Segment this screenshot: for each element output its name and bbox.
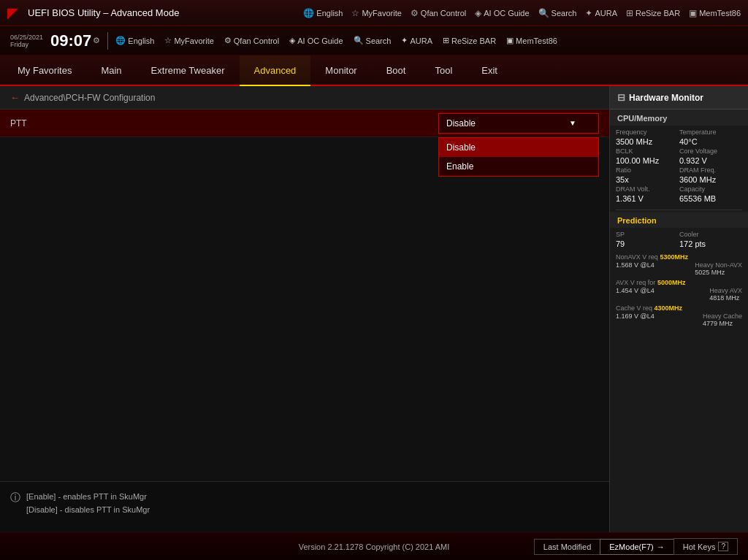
search-icon: 🔍 xyxy=(538,8,549,18)
tool-memtest[interactable]: ▣ MemTest86 xyxy=(689,8,741,18)
dropdown-option-disable[interactable]: Disable xyxy=(439,138,598,157)
util-memtest-icon: ▣ xyxy=(506,36,514,45)
pred-cache: Cache V req 4300MHz 1.169 V @L4 Heavy Ca… xyxy=(616,304,742,327)
info-icon: ⓘ xyxy=(10,491,20,505)
util-fan-icon: ⚙ xyxy=(224,36,232,45)
setting-row-ptt[interactable]: PTT Disable ▼ Disable Enable xyxy=(0,110,609,137)
sp-cooler-grid: SP 79 Cooler 172 pts xyxy=(616,231,742,249)
cpu-memory-title: CPU/Memory xyxy=(610,110,748,126)
rog-logo: ◤ xyxy=(7,5,18,21)
breadcrumb-back-icon[interactable]: ← xyxy=(10,92,20,103)
info-line-2: [Disable] - disables PTT in SkuMgr xyxy=(26,505,150,514)
tab-advanced[interactable]: Advanced xyxy=(240,55,311,86)
util-aura-icon: ✦ xyxy=(401,36,408,45)
tab-extreme-tweaker[interactable]: Extreme Tweaker xyxy=(137,55,240,86)
star-icon: ☆ xyxy=(351,8,359,18)
tool-qfan[interactable]: ⚙ Qfan Control xyxy=(411,8,466,18)
info-line-1: [Enable] - enables PTT in SkuMgr xyxy=(26,492,147,501)
hw-dram-volt: DRAM Volt. 1.361 V xyxy=(616,185,679,204)
setting-label-ptt: PTT xyxy=(10,118,438,129)
tab-exit[interactable]: Exit xyxy=(467,55,512,86)
last-modified-label: Last Modified xyxy=(543,542,591,551)
hw-capacity: Capacity 65536 MB xyxy=(679,185,742,204)
tool-myfavorite[interactable]: ☆ MyFavorite xyxy=(351,8,401,18)
main-wrapper: ← Advanced\PCH-FW Configuration PTT Disa… xyxy=(0,86,748,532)
tool-resizebar[interactable]: ⊞ ReSize BAR xyxy=(626,8,680,18)
hot-keys-button[interactable]: Hot Keys ? xyxy=(673,538,738,555)
cpu-memory-grid: Frequency 3500 MHz Temperature 40°C BCLK… xyxy=(610,126,748,208)
tool-search[interactable]: 🔍 Search xyxy=(538,8,577,18)
prediction-title: Prediction xyxy=(610,212,748,228)
info-row: ⓘ [Enable] - enables PTT in SkuMgr [Disa… xyxy=(10,491,599,516)
dropdown-current-value: Disable xyxy=(446,118,476,129)
util-star-icon: ☆ xyxy=(164,36,172,45)
util-globe-icon: 🌐 xyxy=(115,36,126,45)
util-resizebar[interactable]: ⊞ ReSize BAR xyxy=(443,36,496,45)
info-text: [Enable] - enables PTT in SkuMgr [Disabl… xyxy=(26,491,150,516)
util-myfavorite[interactable]: ☆ MyFavorite xyxy=(164,36,213,45)
memtest-icon: ▣ xyxy=(689,8,697,18)
util-memtest[interactable]: ▣ MemTest86 xyxy=(506,36,557,45)
hw-temperature: Temperature 40°C xyxy=(679,129,742,147)
hw-core-voltage: Core Voltage 0.932 V xyxy=(679,147,742,166)
info-area: ⓘ [Enable] - enables PTT in SkuMgr [Disa… xyxy=(0,481,609,532)
ptt-dropdown[interactable]: Disable ▼ xyxy=(438,113,599,134)
ai-icon: ◈ xyxy=(475,8,481,18)
hw-divider xyxy=(616,210,742,210)
tool-aura[interactable]: ✦ AURA xyxy=(585,8,617,18)
hw-monitor-title: ⊟ Hardware Monitor xyxy=(610,86,748,110)
last-modified-button[interactable]: Last Modified xyxy=(534,539,600,555)
tab-monitor[interactable]: Monitor xyxy=(310,55,371,86)
util-search[interactable]: 🔍 Search xyxy=(354,36,392,45)
time-gear-icon[interactable]: ⚙ xyxy=(93,36,100,45)
pred-nonavx: NonAVX V req 5300MHz 1.568 V @L4 Heavy N… xyxy=(616,253,742,276)
app-title: UEFI BIOS Utility – Advanced Mode xyxy=(28,7,297,18)
nav-bar: My Favorites Main Extreme Tweaker Advanc… xyxy=(0,55,748,86)
util-search-icon: 🔍 xyxy=(354,36,364,45)
status-bar: Version 2.21.1278 Copyright (C) 2021 AMI… xyxy=(0,532,748,560)
tab-tool[interactable]: Tool xyxy=(420,55,467,86)
hw-ratio: Ratio 35x xyxy=(616,166,679,185)
setting-value-ptt: Disable ▼ xyxy=(438,113,599,134)
tool-english[interactable]: 🌐 English xyxy=(303,8,343,18)
hw-frequency: Frequency 3500 MHz xyxy=(616,129,679,147)
ez-mode-arrow-icon: → xyxy=(657,542,665,551)
breadcrumb-path: Advanced\PCH-FW Configuration xyxy=(24,93,155,103)
util-resizebar-icon: ⊞ xyxy=(443,36,449,45)
dropdown-option-enable[interactable]: Enable xyxy=(439,157,598,176)
fan-icon: ⚙ xyxy=(411,8,419,18)
aura-icon: ✦ xyxy=(585,8,592,18)
right-panel: ⊟ Hardware Monitor CPU/Memory Frequency … xyxy=(609,86,748,532)
divider xyxy=(107,32,108,50)
util-english[interactable]: 🌐 English xyxy=(115,36,154,45)
header-bar: ◤ UEFI BIOS Utility – Advanced Mode 🌐 En… xyxy=(0,0,748,26)
day-display: Friday xyxy=(10,41,43,48)
time-display: 09:07 xyxy=(50,33,91,49)
ez-mode-label: EzMode(F7) xyxy=(609,542,654,551)
utility-items: 🌐 English ☆ MyFavorite ⚙ Qfan Control ◈ … xyxy=(115,36,557,45)
header-tools: 🌐 English ☆ MyFavorite ⚙ Qfan Control ◈ … xyxy=(303,8,741,18)
settings-area: PTT Disable ▼ Disable Enable xyxy=(0,110,609,481)
util-aura[interactable]: ✦ AURA xyxy=(401,36,432,45)
monitor-icon: ⊟ xyxy=(617,92,625,103)
util-ai-icon: ◈ xyxy=(289,36,295,45)
dropdown-arrow-icon: ▼ xyxy=(569,119,576,127)
hw-dram-freq: DRAM Freq. 3600 MHz xyxy=(679,166,742,185)
tab-boot[interactable]: Boot xyxy=(372,55,421,86)
content-area: ← Advanced\PCH-FW Configuration PTT Disa… xyxy=(0,86,609,532)
tool-aioc[interactable]: ◈ AI OC Guide xyxy=(475,8,529,18)
tab-main[interactable]: Main xyxy=(86,55,136,86)
util-aioc[interactable]: ◈ AI OC Guide xyxy=(289,36,343,45)
hot-keys-label: Hot Keys xyxy=(683,542,716,551)
util-qfan[interactable]: ⚙ Qfan Control xyxy=(224,36,279,45)
ptt-dropdown-menu: Disable Enable xyxy=(438,137,599,177)
tab-my-favorites[interactable]: My Favorites xyxy=(3,55,86,86)
globe-icon: 🌐 xyxy=(303,8,314,18)
hw-bclk: BCLK 100.00 MHz xyxy=(616,147,679,166)
date-display: 06/25/2021 xyxy=(10,34,43,41)
datetime-display: 06/25/2021 Friday xyxy=(10,34,43,48)
status-buttons: Last Modified EzMode(F7) → Hot Keys ? xyxy=(534,538,738,555)
ez-mode-button[interactable]: EzMode(F7) → xyxy=(600,539,673,555)
datetime-bar: 06/25/2021 Friday 09:07 ⚙ 🌐 English ☆ My… xyxy=(0,26,748,55)
breadcrumb: ← Advanced\PCH-FW Configuration xyxy=(0,86,609,110)
